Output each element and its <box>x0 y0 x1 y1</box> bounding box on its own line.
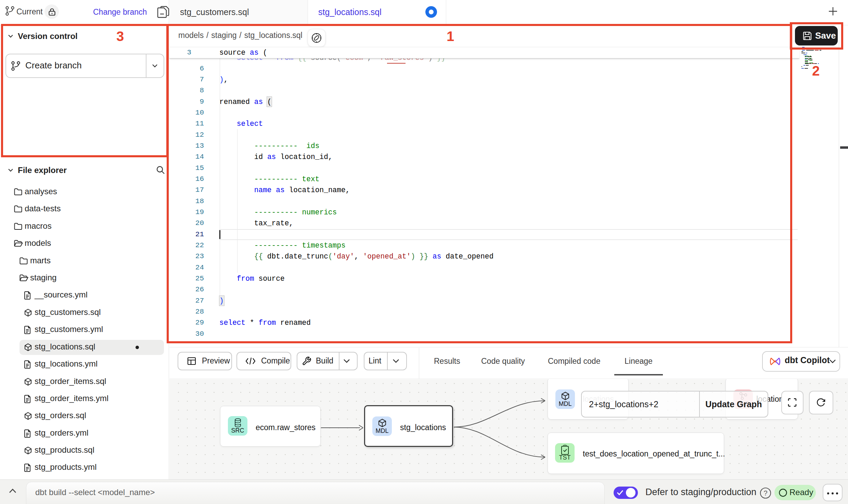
svg-text:?: ? <box>763 489 767 497</box>
